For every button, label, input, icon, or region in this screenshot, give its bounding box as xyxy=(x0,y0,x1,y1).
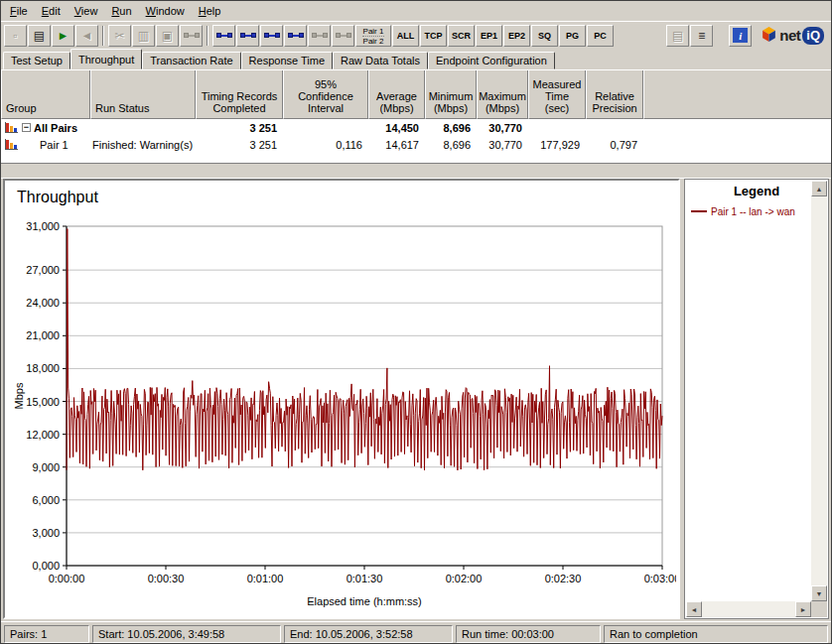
chart-title: Throughput xyxy=(5,181,678,206)
y-tick-label: 9,000 xyxy=(32,461,60,473)
menu-item-view[interactable]: View xyxy=(68,3,105,20)
netiq-text-iq: iQ xyxy=(802,27,824,45)
x-tick-label: 0:01:30 xyxy=(347,573,383,584)
collapse-expander-icon[interactable]: − xyxy=(22,123,31,132)
cut-pair-button: ✂ xyxy=(108,25,131,47)
column-header-filler xyxy=(643,70,831,119)
status-field-1: Pairs: 1 xyxy=(4,625,89,643)
tab-test-setup[interactable]: Test Setup xyxy=(3,52,70,69)
add-group-button[interactable] xyxy=(236,25,259,47)
netiq-text-net: net xyxy=(779,27,800,44)
legend-vertical-scrollbar[interactable]: ▲ ▼ xyxy=(811,181,827,601)
tab-response-time[interactable]: Response Time xyxy=(241,52,333,69)
legend-item[interactable]: Pair 1 -- lan -> wan xyxy=(691,204,824,218)
pair-view-label: Pair 2 xyxy=(362,37,385,46)
table-row[interactable]: −All Pairs3 25114,4508,69630,770 xyxy=(1,119,831,136)
column-header-average[interactable]: Average(Mbps) xyxy=(368,70,425,119)
tab-raw-data-totals[interactable]: Raw Data Totals xyxy=(333,52,428,69)
scroll-left-icon[interactable]: ◄ xyxy=(686,601,702,617)
x-axis-label: Elapsed time (h:mm:ss) xyxy=(307,595,422,607)
group-name: Pair 1 xyxy=(22,139,69,151)
x-tick-label: 0:02:30 xyxy=(545,573,582,584)
copy-pair-button: ▥ xyxy=(132,25,155,47)
x-tick-label: 0:01:00 xyxy=(247,573,284,584)
column-header-group[interactable]: Group xyxy=(1,70,90,119)
toolbar: ▫▤►◄✂▥▣Pair 1Pair 2ALLTCPSCREP1EP2SQPGPC… xyxy=(1,21,831,49)
about-info-button[interactable]: i xyxy=(729,25,752,47)
group-name: All Pairs xyxy=(34,122,77,134)
table-row[interactable]: Pair 1Finished: Warning(s)3 2510,11614,6… xyxy=(1,136,831,153)
scroll-up-icon[interactable]: ▲ xyxy=(811,181,827,196)
column-header-maximum[interactable]: Maximum(Mbps) xyxy=(477,70,528,119)
y-tick-label: 6,000 xyxy=(32,494,60,506)
replicate-pair-button[interactable] xyxy=(284,25,307,47)
view-all-button[interactable]: ALL xyxy=(392,25,419,47)
y-tick-label: 24,000 xyxy=(26,297,60,309)
legend-horizontal-scrollbar[interactable]: ◄ ► xyxy=(686,601,811,617)
menu-item-help[interactable]: Help xyxy=(192,3,228,20)
stop-test-button: ◄ xyxy=(75,25,98,47)
add-pair-button[interactable] xyxy=(212,25,235,47)
column-header-precision[interactable]: RelativePrecision xyxy=(586,70,643,119)
tab-endpoint-configuration[interactable]: Endpoint Configuration xyxy=(428,52,555,69)
cell-timing_records: 3 251 xyxy=(196,122,283,134)
column-header-minimum[interactable]: Minimum(Mbps) xyxy=(425,70,477,119)
unlink-endpoints-button xyxy=(332,25,354,47)
cell-timing_records: 3 251 xyxy=(196,139,283,151)
comments-button[interactable]: ≡ xyxy=(690,25,713,47)
column-header-timing_records[interactable]: Timing RecordsCompleted xyxy=(196,70,283,119)
menu-item-edit[interactable]: Edit xyxy=(35,3,68,20)
column-header-confidence[interactable]: 95% ConfidenceInterval xyxy=(283,70,368,119)
tab-throughput[interactable]: Throughput xyxy=(70,49,142,69)
status-field-3: End: 10.05.2006, 3:52:58 xyxy=(284,625,453,643)
legend-line-swatch xyxy=(691,210,707,212)
link-endpoints-icon xyxy=(312,33,328,38)
run-test-button[interactable]: ► xyxy=(52,25,74,47)
status-field-2: Start: 10.05.2006, 3:49:58 xyxy=(92,625,281,643)
view-pg-button[interactable]: PG xyxy=(559,25,586,47)
legend-entries: Pair 1 -- lan -> wan xyxy=(685,198,828,218)
view-scr-button[interactable]: SCR xyxy=(448,25,475,47)
status-field-5: Ran to completion xyxy=(604,625,828,643)
x-tick-label: 0:02:00 xyxy=(446,573,483,584)
view-tcp-button[interactable]: TCP xyxy=(420,25,447,47)
replicate-pair-icon xyxy=(288,33,304,38)
view-pc-button[interactable]: PC xyxy=(587,25,614,47)
column-header-measured_time[interactable]: MeasuredTime (sec) xyxy=(528,70,586,119)
menu-item-run[interactable]: Run xyxy=(104,3,138,20)
cell-maximum: 30,770 xyxy=(477,139,528,151)
pair-view-label: Pair 1 xyxy=(362,27,385,37)
menu-item-window[interactable]: Window xyxy=(139,3,192,20)
y-tick-label: 3,000 xyxy=(32,527,60,539)
cell-confidence: 0,116 xyxy=(283,139,368,151)
menu-item-file[interactable]: File xyxy=(3,3,35,20)
group-cell: Pair 1 xyxy=(1,139,90,151)
cut-icon: ✂ xyxy=(114,30,124,42)
y-tick-label: 31,000 xyxy=(26,220,60,232)
menu-bar: FileEditViewRunWindowHelp xyxy=(1,1,831,21)
print-button[interactable]: ▤ xyxy=(28,25,51,47)
y-axis-label: Mbps xyxy=(13,382,25,409)
cell-minimum: 8,696 xyxy=(425,122,477,134)
tab-transaction-rate[interactable]: Transaction Rate xyxy=(142,52,240,69)
edit-pair-button[interactable] xyxy=(260,25,283,47)
series-pair1 xyxy=(67,229,662,471)
cell-average: 14,617 xyxy=(368,139,425,151)
new-icon: ▫ xyxy=(13,30,17,42)
comments-icon: ≡ xyxy=(698,30,705,42)
view-sq-button[interactable]: SQ xyxy=(531,25,558,47)
scroll-right-icon[interactable]: ► xyxy=(795,601,811,617)
y-tick-label: 12,000 xyxy=(26,429,60,441)
column-header-run_status[interactable]: Run Status xyxy=(90,70,196,119)
splitter[interactable] xyxy=(1,163,831,179)
view-ep1-button[interactable]: EP1 xyxy=(476,25,502,47)
y-tick-label: 21,000 xyxy=(26,329,60,341)
results-table: GroupRun StatusTiming RecordsCompleted95… xyxy=(1,69,831,163)
add-group-icon xyxy=(240,33,256,38)
scroll-down-icon[interactable]: ▼ xyxy=(811,585,827,601)
x-tick-label: 0:03:00 xyxy=(644,573,676,584)
cell-maximum: 30,770 xyxy=(477,122,528,134)
print-icon: ▤ xyxy=(34,30,45,42)
view-ep2-button[interactable]: EP2 xyxy=(503,25,530,47)
show-pair-views-button[interactable]: Pair 1Pair 2 xyxy=(355,25,391,47)
